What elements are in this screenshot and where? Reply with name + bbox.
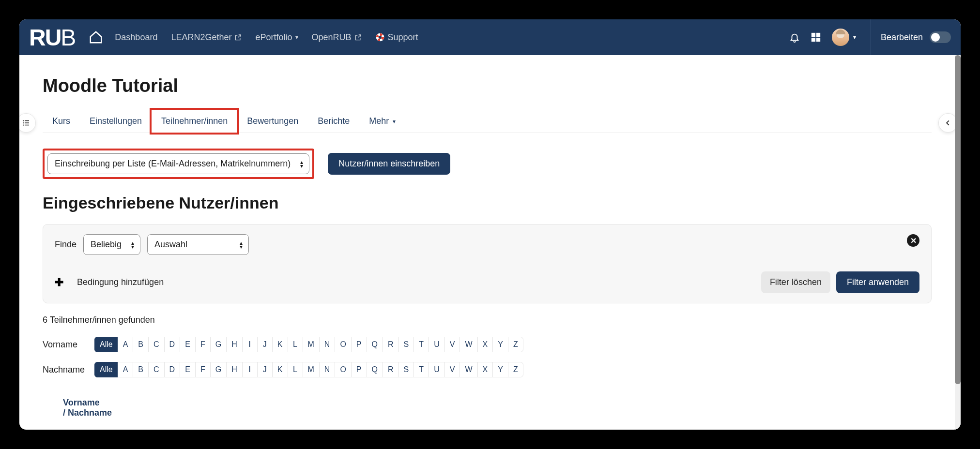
lastname-letter-p[interactable]: P: [351, 362, 367, 377]
tab-einstellungen[interactable]: Einstellungen: [80, 110, 152, 133]
firstname-letter-z[interactable]: Z: [508, 337, 523, 352]
chevron-down-icon: ▾: [295, 34, 298, 41]
nav-dashboard[interactable]: Dashboard: [115, 32, 157, 43]
lastname-letter-o[interactable]: O: [335, 362, 351, 377]
firstname-letter-g[interactable]: G: [210, 337, 227, 352]
firstname-letter-m[interactable]: M: [303, 337, 320, 352]
lastname-letter-f[interactable]: F: [195, 362, 211, 377]
firstname-letter-d[interactable]: D: [164, 337, 181, 352]
toggle-switch: [930, 31, 951, 43]
lastname-letter-l[interactable]: L: [288, 362, 303, 377]
table-header: Vorname / Nachname: [43, 384, 932, 418]
svg-rect-2: [812, 33, 815, 37]
firstname-letter-j[interactable]: J: [257, 337, 273, 352]
tab-bewertungen[interactable]: Bewertungen: [237, 110, 308, 133]
lastname-letter-alle[interactable]: Alle: [94, 362, 118, 377]
lifebuoy-icon: [375, 32, 385, 42]
firstname-letter-b[interactable]: B: [133, 337, 149, 352]
lastname-letter-e[interactable]: E: [180, 362, 196, 377]
scrollbar-thumb[interactable]: [955, 55, 961, 384]
lastname-letter-c[interactable]: C: [148, 362, 165, 377]
firstname-letter-e[interactable]: E: [180, 337, 196, 352]
lastname-letter-d[interactable]: D: [164, 362, 181, 377]
firstname-letter-i[interactable]: I: [242, 337, 258, 352]
nav-support[interactable]: Support: [375, 32, 418, 43]
sort-firstname[interactable]: Vorname: [63, 398, 100, 407]
user-menu[interactable]: ▾: [832, 29, 856, 46]
filter-match-select[interactable]: Beliebig ▴▾: [83, 234, 140, 255]
lastname-letter-g[interactable]: G: [210, 362, 227, 377]
firstname-letter-w[interactable]: W: [459, 337, 477, 352]
firstname-letter-a[interactable]: A: [118, 337, 134, 352]
drawer-toggle-right[interactable]: [938, 113, 955, 133]
filter-remove-button[interactable]: ✕: [907, 234, 919, 247]
firstname-letter-t[interactable]: T: [413, 337, 429, 352]
logo[interactable]: RUB: [29, 24, 75, 51]
lastname-letter-w[interactable]: W: [459, 362, 477, 377]
firstname-letter-s[interactable]: S: [398, 337, 414, 352]
lastname-letter-s[interactable]: S: [398, 362, 414, 377]
result-count: 6 Teilnehmer/innen gefunden: [43, 303, 932, 334]
add-condition-button[interactable]: ✚ Bedingung hinzufügen: [55, 276, 164, 289]
enroll-users-button[interactable]: Nutzer/innen einschreiben: [328, 153, 450, 175]
lastname-letter-k[interactable]: K: [272, 362, 288, 377]
firstname-letter-r[interactable]: R: [383, 337, 399, 352]
lastname-letter-x[interactable]: X: [477, 362, 493, 377]
lastname-letter-y[interactable]: Y: [492, 362, 508, 377]
enrollment-method-select[interactable]: Einschreibung per Liste (E-Mail-Adressen…: [47, 153, 309, 174]
clear-filters-button[interactable]: Filter löschen: [761, 271, 830, 293]
list-icon: [22, 119, 31, 127]
firstname-letter-u[interactable]: U: [429, 337, 445, 352]
firstname-letter-alle[interactable]: Alle: [94, 337, 118, 352]
firstname-letter-o[interactable]: O: [335, 337, 351, 352]
home-icon[interactable]: [89, 30, 103, 45]
tab-mehr[interactable]: Mehr ▾: [359, 110, 405, 133]
apps-icon[interactable]: [811, 32, 821, 43]
navbar: RUB Dashboard LEARN2Gether ePortfolio ▾ …: [19, 19, 961, 55]
lastname-letter-i[interactable]: I: [242, 362, 258, 377]
lastname-letter-r[interactable]: R: [383, 362, 399, 377]
lastname-letter-m[interactable]: M: [303, 362, 320, 377]
firstname-letter-k[interactable]: K: [272, 337, 288, 352]
lastname-letter-j[interactable]: J: [257, 362, 273, 377]
firstname-letter-c[interactable]: C: [148, 337, 165, 352]
apply-filters-button[interactable]: Filter anwenden: [836, 271, 919, 293]
tab-teilnehmer[interactable]: Teilnehmer/innen: [150, 108, 239, 135]
lastname-letter-z[interactable]: Z: [508, 362, 523, 377]
firstname-letter-y[interactable]: Y: [492, 337, 508, 352]
lastname-letter-a[interactable]: A: [118, 362, 134, 377]
nav-openrub[interactable]: OpenRUB: [312, 32, 362, 43]
firstname-letter-f[interactable]: F: [195, 337, 211, 352]
firstname-letter-v[interactable]: V: [444, 337, 460, 352]
nav-learn2gether[interactable]: LEARN2Gether: [171, 32, 242, 43]
lastname-letter-b[interactable]: B: [133, 362, 149, 377]
notifications-icon[interactable]: [789, 32, 800, 43]
edit-mode-toggle[interactable]: Bearbeiten: [871, 19, 951, 55]
nav-eportfolio[interactable]: ePortfolio ▾: [255, 32, 298, 43]
add-condition-label: Bedingung hinzufügen: [77, 277, 164, 287]
firstname-letter-p[interactable]: P: [351, 337, 367, 352]
lastname-letter-n[interactable]: N: [319, 362, 336, 377]
firstname-label: Vorname: [43, 340, 89, 350]
lastname-letter-u[interactable]: U: [429, 362, 445, 377]
sort-lastname[interactable]: / Nachname: [63, 408, 112, 418]
firstname-letter-l[interactable]: L: [288, 337, 303, 352]
scrollbar[interactable]: [955, 55, 961, 430]
tab-kurs[interactable]: Kurs: [43, 110, 80, 133]
firstname-letter-x[interactable]: X: [477, 337, 493, 352]
firstname-letter-q[interactable]: Q: [367, 337, 383, 352]
lastname-letter-v[interactable]: V: [444, 362, 460, 377]
select-arrows-icon: ▴▾: [300, 160, 303, 168]
tab-mehr-label: Mehr: [369, 116, 389, 126]
nav-learn2gether-label: LEARN2Gether: [171, 32, 231, 43]
lastname-letter-h[interactable]: H: [226, 362, 243, 377]
firstname-letter-n[interactable]: N: [319, 337, 336, 352]
close-icon: ✕: [910, 236, 917, 245]
svg-point-6: [23, 120, 24, 121]
firstname-letter-h[interactable]: H: [226, 337, 243, 352]
lastname-letter-t[interactable]: T: [413, 362, 429, 377]
svg-rect-9: [25, 122, 29, 123]
tab-berichte[interactable]: Berichte: [308, 110, 359, 133]
lastname-letter-q[interactable]: Q: [367, 362, 383, 377]
filter-type-select[interactable]: Auswahl ▴▾: [147, 234, 249, 255]
